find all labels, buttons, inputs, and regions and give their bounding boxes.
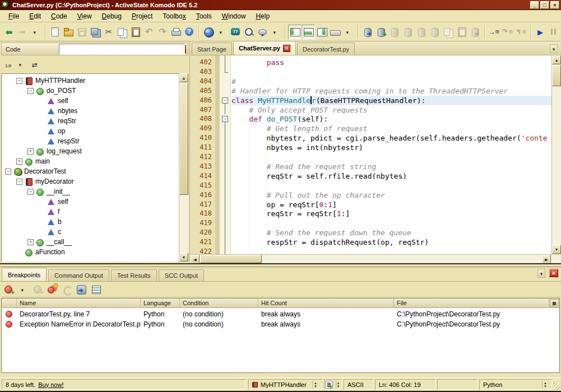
editor-hscroll-thumb[interactable] bbox=[200, 255, 262, 263]
column-picker-button[interactable]: ▦ bbox=[550, 299, 559, 307]
debug-go-button[interactable] bbox=[361, 25, 374, 39]
editor-scroll-down[interactable]: ▼ bbox=[552, 245, 561, 254]
output-panel-dropdown[interactable]: ▾ bbox=[537, 269, 545, 278]
column-header-condition[interactable]: Condition bbox=[180, 298, 258, 308]
column-header-name[interactable]: Name bbox=[17, 298, 141, 308]
breakpoint-properties-button[interactable] bbox=[90, 282, 103, 297]
menu-project[interactable]: Project bbox=[127, 11, 157, 22]
expander-expand-icon[interactable]: + bbox=[27, 148, 34, 155]
debug-new-session-button[interactable] bbox=[374, 25, 388, 39]
editor-scroll-left[interactable]: ◀ bbox=[191, 255, 200, 264]
expander-collapse-icon[interactable]: − bbox=[16, 179, 22, 185]
tab-close-button[interactable]: ✕ bbox=[283, 45, 290, 52]
open-button[interactable] bbox=[62, 25, 75, 39]
browser-button[interactable] bbox=[202, 25, 215, 39]
menu-edit[interactable]: Edit bbox=[24, 11, 46, 22]
buy-now-link[interactable]: Buy now! bbox=[38, 381, 63, 388]
code-text-area[interactable]: pass## Handler for HTTP requests coming … bbox=[231, 55, 551, 254]
output-panel-close-button[interactable]: ✕ bbox=[549, 269, 558, 277]
run-button[interactable] bbox=[534, 25, 547, 39]
code-filter-input[interactable] bbox=[59, 44, 185, 55]
help-button[interactable] bbox=[183, 25, 196, 39]
fold-margin[interactable] bbox=[220, 55, 231, 254]
tree-item-decoratortest[interactable]: −DecoratorTest bbox=[5, 166, 66, 176]
resize-grip[interactable] bbox=[553, 382, 560, 390]
tree-item-dopost[interactable]: −do_POST bbox=[27, 86, 76, 96]
menu-file[interactable]: File bbox=[3, 11, 24, 22]
tree-item-b[interactable]: b bbox=[39, 217, 62, 227]
output-tab-command-output[interactable]: Command Output bbox=[48, 269, 109, 281]
editor-vscrollbar[interactable]: ▲ ▼ bbox=[551, 55, 561, 254]
tree-item-myhttphandler[interactable]: −MyHTTPHandler bbox=[16, 76, 85, 86]
syntax-check-spinner[interactable]: ▲▼ bbox=[336, 380, 340, 389]
language-section[interactable]: Python ▲▼ bbox=[479, 379, 552, 390]
breakpoint-row[interactable]: Exception NameError in DecoratorTest.pyP… bbox=[2, 319, 559, 329]
column-header-icon[interactable] bbox=[2, 298, 17, 308]
sort-dropdown[interactable] bbox=[15, 57, 28, 72]
menu-tools[interactable]: Tools bbox=[191, 11, 217, 22]
fold-collapse-icon[interactable]: − bbox=[222, 116, 228, 122]
macro-dropdown[interactable] bbox=[269, 25, 282, 39]
preview-dropdown[interactable] bbox=[342, 25, 355, 39]
goto-source-button[interactable] bbox=[75, 282, 89, 297]
step-in-button[interactable] bbox=[488, 25, 501, 39]
paste-button[interactable] bbox=[129, 25, 142, 39]
find-button[interactable] bbox=[242, 25, 256, 39]
menu-code[interactable]: Code bbox=[46, 11, 72, 22]
tree-item-call[interactable]: +__call__ bbox=[27, 237, 72, 247]
tree-scroll-thumb[interactable] bbox=[179, 83, 188, 195]
save-all-button[interactable] bbox=[89, 25, 102, 39]
expander-collapse-icon[interactable]: − bbox=[27, 88, 34, 94]
expander-collapse-icon[interactable]: − bbox=[16, 78, 22, 84]
minimize-button[interactable]: _ bbox=[530, 1, 539, 9]
menu-help[interactable]: Help bbox=[251, 11, 275, 22]
tree-item-main[interactable]: +main bbox=[16, 156, 50, 166]
menu-window[interactable]: Window bbox=[217, 11, 251, 22]
tree-item-afunction[interactable]: aFunction bbox=[16, 247, 65, 257]
expander-collapse-icon[interactable]: − bbox=[27, 189, 34, 195]
tree-item-init[interactable]: −__init__ bbox=[27, 186, 70, 197]
editor-hscrollbar[interactable]: ◀ ▶ bbox=[191, 254, 561, 263]
fold-collapse-icon[interactable]: − bbox=[222, 97, 228, 104]
tree-scroll-up[interactable]: ▲ bbox=[179, 73, 188, 82]
tree-item-self[interactable]: self bbox=[39, 197, 68, 207]
output-tab-test-results[interactable]: Test Results bbox=[111, 269, 157, 281]
editor-tab-chatserver-py[interactable]: ChatServer.py✕ bbox=[233, 41, 296, 55]
editor-scroll-up[interactable]: ▲ bbox=[552, 55, 561, 64]
tree-item-logrequest[interactable]: +log_request bbox=[27, 146, 82, 156]
toggle-breakpoint-state-button[interactable] bbox=[46, 282, 59, 297]
symbol-spinner[interactable]: ▲▼ bbox=[312, 380, 318, 389]
back-button[interactable] bbox=[2, 25, 16, 39]
editor-tab-start-page[interactable]: Start Page bbox=[192, 43, 232, 55]
copy-button[interactable] bbox=[115, 25, 129, 39]
output-tab-breakpoints[interactable]: Breakpoints bbox=[2, 268, 47, 281]
menu-debug[interactable]: Debug bbox=[97, 11, 127, 22]
tree-item-self[interactable]: self bbox=[39, 96, 68, 106]
tree-item-f[interactable]: f bbox=[39, 207, 59, 217]
editor-body[interactable]: 4024034044054064074084094104114124134144… bbox=[191, 55, 561, 254]
toggle-left-pane-button[interactable] bbox=[288, 25, 302, 39]
output-tab-scc-output[interactable]: SCC Output bbox=[159, 269, 204, 281]
breakpoint-row[interactable]: DecoratorTest.py, line 7Python(no condit… bbox=[2, 309, 559, 319]
browser-dropdown[interactable] bbox=[215, 25, 229, 39]
encoding-section[interactable]: ASCII bbox=[344, 379, 373, 390]
syntax-check-section[interactable]: ▲▼ bbox=[324, 379, 342, 390]
toggle-right-pane-button[interactable] bbox=[315, 25, 328, 39]
tree-item-c[interactable]: c bbox=[39, 227, 61, 237]
editor-scroll-right[interactable]: ▶ bbox=[542, 255, 551, 264]
nav-dropdown[interactable] bbox=[29, 25, 43, 39]
tree-item-mydecorator[interactable]: −myDecorator bbox=[16, 176, 74, 186]
print-button[interactable] bbox=[169, 25, 183, 39]
editor-vscroll-thumb[interactable] bbox=[552, 65, 561, 86]
locator-button[interactable] bbox=[28, 57, 41, 72]
tree-item-respstr[interactable]: respStr bbox=[39, 136, 80, 146]
tree-scroll-down[interactable]: ▼ bbox=[179, 253, 188, 262]
tab-list-dropdown[interactable]: ▾ bbox=[550, 44, 558, 53]
tree-item-reqstr[interactable]: reqStr bbox=[39, 116, 76, 126]
menu-toolbox[interactable]: Toolbox bbox=[157, 11, 191, 22]
add-breakpoint-dropdown[interactable] bbox=[17, 282, 30, 297]
expander-expand-icon[interactable]: + bbox=[27, 239, 34, 245]
tree-item-op[interactable]: op bbox=[39, 126, 65, 136]
column-header-file[interactable]: File bbox=[394, 298, 549, 308]
editor-tab-decoratortest-py[interactable]: DecoratorTest.py bbox=[297, 43, 355, 55]
